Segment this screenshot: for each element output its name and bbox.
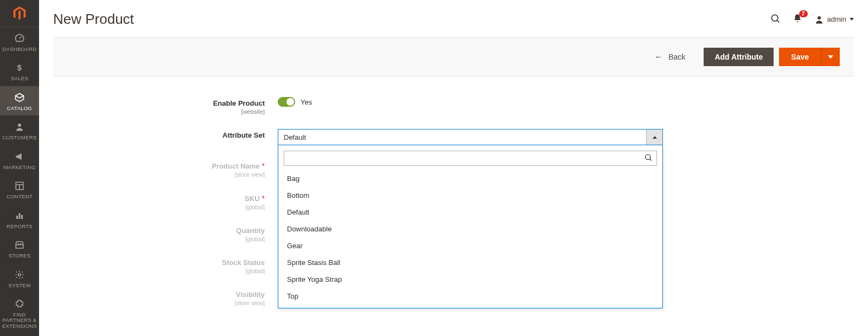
- sidebar-item-system[interactable]: SYSTEM: [0, 263, 39, 293]
- sidebar-item-label: CUSTOMERS: [0, 135, 39, 140]
- attribute-set-select[interactable]: Default: [278, 129, 663, 145]
- sidebar-item-customers[interactable]: CUSTOMERS: [0, 115, 39, 145]
- svg-point-11: [818, 16, 821, 20]
- user-icon: [814, 15, 824, 24]
- quantity-label: Quantity: [236, 227, 265, 235]
- combo-toggle[interactable]: [646, 130, 662, 145]
- svg-point-12: [646, 154, 650, 159]
- required-star: *: [262, 161, 265, 170]
- attribute-set-option[interactable]: Bottom: [284, 187, 657, 204]
- search-icon: [770, 13, 781, 24]
- sidebar-item-label: DASHBOARD: [1, 47, 39, 52]
- action-bar: ← Back Add Attribute Save: [53, 37, 854, 76]
- box-icon: [14, 92, 25, 104]
- user-menu[interactable]: admin: [814, 15, 854, 24]
- sidebar-item-catalog[interactable]: CATALOG: [0, 86, 39, 115]
- scope-hint: [global]: [39, 236, 265, 242]
- chevron-down-icon: [850, 18, 854, 21]
- attribute-set-option[interactable]: Top: [284, 288, 657, 305]
- back-button[interactable]: ← Back: [647, 48, 693, 66]
- attribute-set-selected: Default: [278, 133, 646, 141]
- enable-product-toggle[interactable]: [278, 97, 295, 107]
- storefront-icon: [14, 239, 25, 251]
- enable-product-label: Enable Product: [213, 99, 265, 107]
- required-star: *: [262, 194, 265, 203]
- save-button[interactable]: Save: [779, 48, 821, 66]
- sidebar-item-marketing[interactable]: MARKETING: [0, 145, 39, 175]
- sidebar-item-label: SYSTEM: [7, 283, 33, 288]
- svg-rect-6: [19, 213, 21, 219]
- page-header: New Product 7 admin: [39, 0, 868, 37]
- page-title: New Product: [53, 11, 770, 28]
- chevron-down-icon: [828, 55, 833, 59]
- sidebar-item-partners[interactable]: FIND PARTNERS & EXTENSIONS: [0, 293, 39, 333]
- magento-logo[interactable]: [0, 0, 39, 27]
- attribute-set-label: Attribute Set: [222, 131, 265, 139]
- attribute-set-option[interactable]: Sprite Yoga Strap: [284, 271, 657, 288]
- global-search[interactable]: [770, 13, 781, 25]
- gear-icon: [15, 269, 24, 281]
- notifications-button[interactable]: 7: [793, 14, 802, 25]
- svg-point-9: [771, 15, 778, 21]
- layout-icon: [15, 180, 24, 192]
- sidebar-item-stores[interactable]: STORES: [0, 234, 39, 263]
- attribute-set-option[interactable]: Downloadable: [284, 221, 657, 237]
- sidebar-item-label: MARKETING: [1, 165, 37, 170]
- scope-hint: [website]: [39, 108, 265, 115]
- person-icon: [15, 121, 24, 133]
- header-actions: 7 admin: [770, 13, 854, 25]
- attribute-set-option[interactable]: Default: [284, 204, 657, 221]
- product-form: Enable Product [website] Yes Attribute S…: [39, 76, 868, 336]
- scope-hint: [store view]: [39, 171, 265, 178]
- magento-logo-icon: [11, 5, 28, 22]
- sidebar-item-sales[interactable]: $ SALES: [0, 56, 39, 86]
- attribute-set-option[interactable]: Bag: [284, 170, 657, 187]
- attribute-set-search-input[interactable]: [284, 151, 657, 166]
- sidebar-item-label: SALES: [9, 76, 30, 81]
- product-name-label: Product Name: [212, 162, 259, 170]
- user-label: admin: [827, 15, 846, 23]
- admin-sidebar: DASHBOARD $ SALES CATALOG CUSTOMERS MARK…: [0, 0, 39, 336]
- svg-point-8: [18, 273, 21, 276]
- sidebar-item-content[interactable]: CONTENT: [0, 175, 39, 204]
- bars-icon: [15, 210, 24, 222]
- arrow-left-icon: ←: [654, 52, 663, 62]
- save-split-button: Save: [779, 48, 840, 66]
- add-attribute-button[interactable]: Add Attribute: [704, 48, 774, 66]
- svg-point-1: [18, 124, 21, 127]
- svg-line-10: [777, 20, 779, 22]
- chevron-up-icon: [653, 136, 657, 139]
- sidebar-item-dashboard[interactable]: DASHBOARD: [0, 27, 39, 56]
- search-icon: [644, 153, 653, 164]
- sidebar-item-label: CATALOG: [5, 106, 34, 111]
- notif-count-badge: 7: [799, 10, 808, 17]
- sidebar-item-label: REPORTS: [4, 224, 35, 229]
- attribute-set-option[interactable]: Gear: [284, 237, 657, 254]
- sidebar-item-label: FIND PARTNERS & EXTENSIONS: [0, 312, 39, 329]
- dollar-icon: $: [15, 62, 24, 74]
- visibility-label: Visibility: [236, 290, 265, 299]
- back-label: Back: [668, 53, 685, 61]
- attribute-set-options: Bag Bottom Default Downloadable Gear Spr…: [284, 170, 657, 305]
- sidebar-item-reports[interactable]: REPORTS: [0, 204, 39, 234]
- svg-rect-5: [16, 216, 18, 219]
- megaphone-icon: [14, 151, 25, 163]
- puzzle-icon: [15, 298, 24, 310]
- row-enable-product: Enable Product [website] Yes: [39, 97, 868, 115]
- scope-hint: [store view]: [39, 300, 265, 306]
- svg-rect-7: [21, 215, 23, 219]
- attribute-set-dropdown: Bag Bottom Default Downloadable Gear Spr…: [278, 145, 663, 308]
- svg-text:$: $: [17, 63, 22, 73]
- sidebar-item-label: CONTENT: [4, 194, 35, 199]
- scope-hint: [global]: [39, 204, 265, 210]
- save-dropdown-toggle[interactable]: [821, 48, 840, 66]
- svg-line-13: [650, 159, 652, 160]
- sidebar-item-label: STORES: [7, 253, 33, 259]
- row-attribute-set: Attribute Set Default Bag B: [39, 129, 868, 145]
- gauge-icon: [14, 33, 25, 44]
- sku-label: SKU: [245, 195, 259, 203]
- toggle-value-text: Yes: [301, 98, 312, 106]
- main-content: New Product 7 admin ← Back Add Attribute…: [39, 0, 868, 336]
- stock-status-label: Stock Status: [222, 259, 265, 267]
- attribute-set-option[interactable]: Sprite Stasis Ball: [284, 254, 657, 271]
